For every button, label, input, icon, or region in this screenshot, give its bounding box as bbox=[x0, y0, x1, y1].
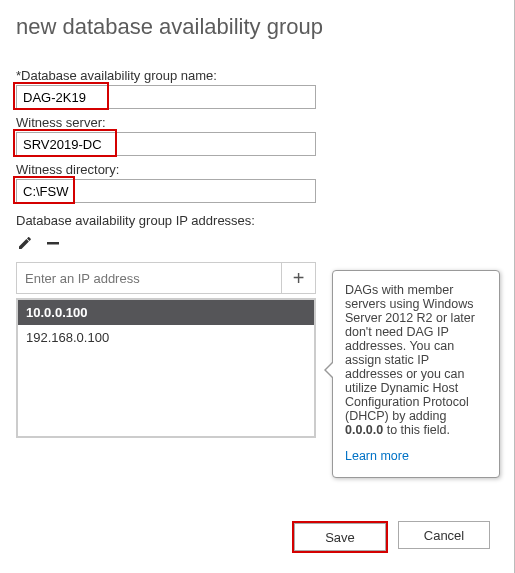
ip-item-0[interactable]: 10.0.0.100 bbox=[18, 300, 314, 325]
svg-rect-0 bbox=[47, 242, 59, 245]
ip-add-row: + bbox=[16, 262, 316, 294]
learn-more-link[interactable]: Learn more bbox=[345, 449, 487, 463]
dag-name-label: *Database availability group name: bbox=[16, 68, 498, 83]
page-title: new database availability group bbox=[16, 14, 498, 40]
highlight-save: Save bbox=[292, 521, 388, 553]
witness-server-label: Witness server: bbox=[16, 115, 498, 130]
tooltip-text: DAGs with member servers using Windows S… bbox=[345, 283, 475, 437]
save-button[interactable]: Save bbox=[294, 523, 386, 551]
add-icon[interactable]: + bbox=[281, 263, 315, 293]
edit-icon[interactable] bbox=[16, 234, 34, 252]
ip-list: 10.0.0.100 192.168.0.100 bbox=[16, 298, 316, 438]
witness-dir-input[interactable] bbox=[16, 179, 316, 203]
witness-server-input[interactable] bbox=[16, 132, 316, 156]
remove-icon[interactable] bbox=[44, 234, 62, 252]
ip-section-label: Database availability group IP addresses… bbox=[16, 213, 498, 228]
dag-name-input[interactable] bbox=[16, 85, 316, 109]
ip-add-input[interactable] bbox=[17, 263, 281, 293]
help-tooltip: DAGs with member servers using Windows S… bbox=[332, 270, 500, 478]
ip-item-1[interactable]: 192.168.0.100 bbox=[18, 325, 314, 350]
witness-dir-label: Witness directory: bbox=[16, 162, 498, 177]
cancel-button[interactable]: Cancel bbox=[398, 521, 490, 549]
